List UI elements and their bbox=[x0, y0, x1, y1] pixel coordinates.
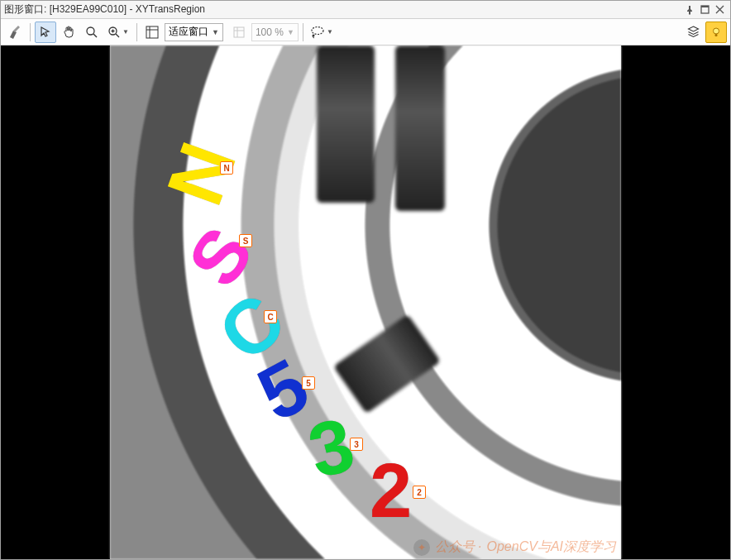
zoom-in-button[interactable]: ▼ bbox=[104, 22, 132, 43]
toolbar: ▼ 适应窗口 ▼ 100 % ▼ ▼ bbox=[1, 19, 730, 45]
chevron-down-icon: ▼ bbox=[287, 28, 294, 36]
detection-label: S bbox=[239, 234, 252, 247]
wechat-icon: ✦ bbox=[413, 539, 430, 556]
detection-label: C bbox=[264, 310, 277, 323]
watermark-text: OpenCV与AI深度学习 bbox=[487, 538, 616, 556]
detection-label: 5 bbox=[302, 376, 315, 390]
part-slot bbox=[395, 45, 445, 211]
zoom-percent-combo: 100 % ▼ bbox=[251, 23, 299, 41]
toolbar-separator bbox=[136, 23, 137, 41]
fit-mode-label: 适应窗口 bbox=[169, 25, 208, 39]
title-sep: - bbox=[129, 3, 132, 15]
window-title: 图形窗口: [H329EA99C010] - XYTransRegion bbox=[4, 2, 682, 17]
pan-tool-button[interactable] bbox=[58, 22, 79, 43]
titlebar: 图形窗口: [H329EA99C010] - XYTransRegion bbox=[1, 1, 730, 19]
svg-rect-4 bbox=[146, 26, 158, 38]
svg-rect-5 bbox=[234, 27, 244, 37]
lasso-tool-button[interactable]: ▼ bbox=[308, 22, 336, 43]
pointer-tool-button[interactable] bbox=[35, 22, 56, 43]
part-slot bbox=[317, 45, 375, 203]
fit-mode-combo[interactable]: 适应窗口 ▼ bbox=[165, 23, 223, 41]
pin-button[interactable] bbox=[682, 3, 697, 17]
svg-rect-9 bbox=[715, 34, 718, 36]
zoom-value-label: 100 % bbox=[256, 26, 284, 38]
svg-point-6 bbox=[312, 26, 323, 34]
toolbar-separator bbox=[303, 23, 303, 41]
fit-window-icon[interactable] bbox=[141, 22, 163, 43]
watermark-prefix: 公众号 · bbox=[435, 538, 482, 556]
title-doc-id: [H329EA99C010] bbox=[50, 3, 127, 15]
image-stage: NNSSCC553322 ✦ 公众号 · OpenCV与AI深度学习 bbox=[110, 45, 621, 559]
toolbar-separator bbox=[30, 23, 31, 41]
zoom-actual-icon bbox=[228, 22, 250, 43]
detection-label: 2 bbox=[413, 486, 426, 499]
title-prefix: 图形窗口: bbox=[4, 3, 46, 15]
layers-button[interactable] bbox=[682, 22, 704, 43]
watermark: ✦ 公众号 · OpenCV与AI深度学习 bbox=[413, 538, 616, 556]
hint-bulb-button[interactable] bbox=[705, 22, 727, 43]
svg-point-8 bbox=[714, 28, 719, 34]
close-button[interactable] bbox=[712, 3, 727, 17]
detection-label: 3 bbox=[350, 438, 363, 451]
svg-point-2 bbox=[87, 27, 94, 35]
zoom-tool-button[interactable] bbox=[81, 22, 103, 43]
svg-rect-1 bbox=[701, 6, 709, 7]
detection-label: N bbox=[220, 161, 233, 175]
chevron-down-icon: ▼ bbox=[212, 28, 219, 36]
brush-clear-button[interactable] bbox=[4, 22, 26, 43]
maximize-button[interactable] bbox=[697, 3, 712, 17]
title-doc-name: XYTransRegion bbox=[136, 3, 205, 15]
canvas-area[interactable]: NNSSCC553322 ✦ 公众号 · OpenCV与AI深度学习 bbox=[1, 45, 730, 559]
